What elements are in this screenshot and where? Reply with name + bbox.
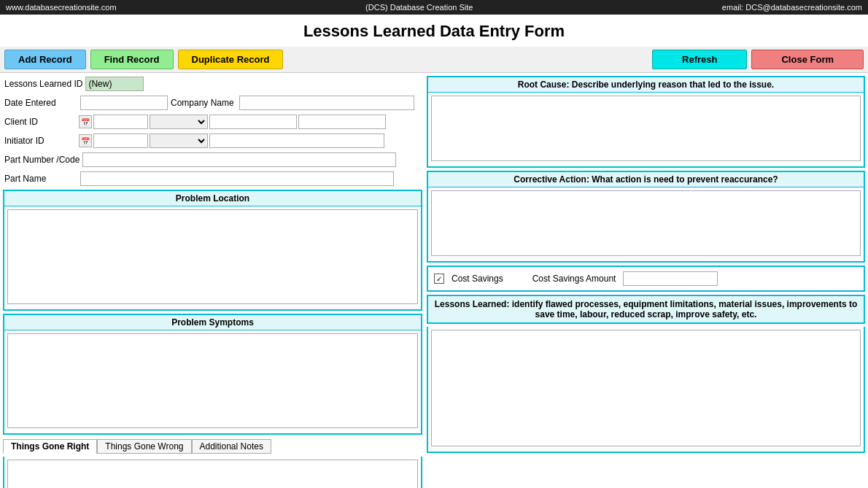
page-title: Lessons Learned Data Entry Form (0, 15, 868, 47)
root-cause-header: Root Cause: Describe underlying reason t… (428, 77, 864, 93)
left-panel: Lessons Learned ID Date Entered Company … (3, 76, 422, 488)
tab-additional-notes[interactable]: Additional Notes (192, 439, 271, 454)
lessons-learned-id-row: Lessons Learned ID (3, 76, 422, 92)
tabs-row: Things Gone Right Things Gone Wrong Addi… (3, 439, 422, 454)
website-left: www.databasecreationsite.com (6, 3, 117, 12)
client-id-dropdown[interactable] (150, 115, 208, 129)
initiator-id-dropdown[interactable] (150, 133, 208, 148)
initiator-id-calendar-button[interactable]: 📅 (79, 134, 92, 147)
cost-savings-label: Cost Savings (452, 274, 503, 284)
client-id-row: Client ID 📅 (3, 114, 422, 130)
corrective-action-section: Corrective Action: What action is need t… (427, 171, 865, 263)
problem-symptoms-header: Problem Symptoms (4, 315, 421, 330)
cost-savings-row: ✓ Cost Savings Cost Savings Amount (427, 266, 865, 292)
tab-content-textarea[interactable] (7, 460, 418, 488)
tab-content-area (4, 457, 421, 488)
toolbar: Add Record Find Record Duplicate Record … (0, 47, 868, 73)
part-number-row: Part Number /Code (3, 152, 422, 168)
part-name-row: Part Name (3, 171, 422, 187)
cost-savings-checkbox[interactable]: ✓ (434, 274, 444, 284)
lessons-learned-header: Lessons Learned: identify flawed process… (427, 295, 865, 324)
root-cause-section: Root Cause: Describe underlying reason t… (427, 76, 865, 168)
duplicate-record-button[interactable]: Duplicate Record (178, 50, 284, 69)
initiator-id-row: Initiator ID 📅 (3, 133, 422, 149)
client-id-input[interactable] (93, 115, 148, 129)
root-cause-content (428, 93, 864, 166)
problem-location-header: Problem Location (4, 191, 421, 206)
client-id-extra1[interactable] (209, 115, 297, 129)
problem-location-textarea[interactable] (7, 209, 418, 304)
part-number-input[interactable] (82, 152, 396, 167)
part-name-input[interactable] (80, 171, 394, 186)
lessons-learned-id-input[interactable] (85, 77, 144, 91)
lessons-learned-textarea[interactable] (431, 330, 861, 446)
company-name-label: Company Name (171, 98, 236, 108)
problem-symptoms-content (4, 330, 421, 433)
tab-things-gone-wrong[interactable]: Things Gone Wrong (97, 439, 191, 454)
tab-things-gone-right[interactable]: Things Gone Right (3, 439, 97, 454)
corrective-action-textarea[interactable] (431, 190, 861, 256)
problem-symptoms-textarea[interactable] (7, 333, 418, 428)
problem-location-content (4, 206, 421, 309)
lessons-learned-id-label: Lessons Learned ID (4, 79, 82, 89)
tab-content-section (3, 457, 422, 488)
date-entered-label: Date Entered (4, 98, 77, 108)
initiator-id-extra[interactable] (209, 133, 384, 148)
root-cause-textarea[interactable] (431, 96, 861, 161)
corrective-action-content (428, 187, 864, 261)
client-id-extra2[interactable] (298, 115, 386, 129)
cost-savings-amount-label: Cost Savings Amount (532, 274, 616, 284)
date-entered-input[interactable] (80, 96, 168, 110)
date-company-row: Date Entered Company Name (3, 95, 422, 111)
main-layout: Lessons Learned ID Date Entered Company … (0, 73, 868, 488)
find-record-button[interactable]: Find Record (90, 50, 174, 69)
company-name-input[interactable] (239, 96, 414, 110)
refresh-button[interactable]: Refresh (652, 50, 747, 69)
client-id-calendar-button[interactable]: 📅 (79, 115, 92, 128)
close-form-button[interactable]: Close Form (751, 50, 864, 69)
part-name-label: Part Name (4, 174, 77, 184)
right-panel: Root Cause: Describe underlying reason t… (422, 76, 865, 488)
part-number-label: Part Number /Code (4, 155, 80, 165)
website-right: email: DCS@databasecreationsite.com (722, 3, 862, 12)
client-id-label: Client ID (4, 117, 77, 127)
website-center: (DCS) Database Creation Site (365, 3, 473, 12)
initiator-id-input[interactable] (93, 133, 148, 148)
top-bar: www.databasecreationsite.com (DCS) Datab… (0, 0, 868, 15)
problem-symptoms-section: Problem Symptoms (3, 314, 422, 435)
corrective-action-header: Corrective Action: What action is need t… (428, 172, 864, 187)
add-record-button[interactable]: Add Record (4, 50, 86, 69)
cost-savings-amount-input[interactable] (623, 271, 718, 286)
initiator-id-label: Initiator ID (4, 136, 77, 146)
problem-location-section: Problem Location (3, 190, 422, 311)
lessons-learned-content (427, 327, 865, 453)
